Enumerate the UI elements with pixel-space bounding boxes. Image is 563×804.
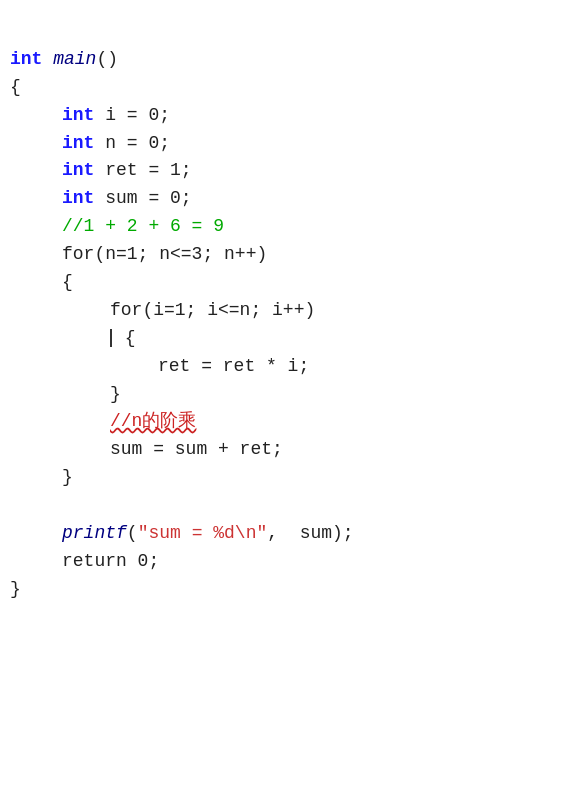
code-token-normal: for(n=1; n<=3; n++) — [62, 244, 267, 264]
code-token-kw: int — [62, 105, 94, 125]
code-token-kw: int — [62, 133, 94, 153]
code-token-normal: for(i=1; i<=n; i++) — [110, 300, 315, 320]
code-token-normal: ret = 1; — [94, 160, 191, 180]
line-open-brace-1: { — [10, 74, 553, 102]
line-return: return 0; — [10, 548, 553, 576]
code-token-cm-red: //n的阶乘 — [110, 411, 196, 431]
code-token-cm: //1 + 2 + 6 = 9 — [62, 216, 224, 236]
code-token-normal: , sum); — [267, 523, 353, 543]
code-token-fn: main — [53, 49, 96, 69]
code-token-kw: int — [62, 188, 94, 208]
line-int-i: int i = 0; — [10, 102, 553, 130]
code-token-normal: { — [62, 272, 73, 292]
code-token-kw: int — [62, 160, 94, 180]
code-token-normal: ret = ret * i; — [158, 356, 309, 376]
code-token-normal: return 0; — [62, 551, 159, 571]
code-viewer: int main(){int i = 0;int n = 0;int ret =… — [10, 18, 553, 604]
line-close-brace-outer: } — [10, 464, 553, 492]
code-token-kw: int — [10, 49, 42, 69]
line-int-n: int n = 0; — [10, 130, 553, 158]
line-int-sum: int sum = 0; — [10, 185, 553, 213]
code-token-normal: } — [10, 579, 21, 599]
line-close-brace-inner: } — [10, 381, 553, 409]
code-token-normal: } — [110, 384, 121, 404]
code-token-normal: { — [125, 328, 136, 348]
code-token-normal: sum = sum + ret; — [110, 439, 283, 459]
line-printf: printf("sum = %d\n", sum); — [10, 520, 553, 548]
line-blank — [10, 492, 553, 520]
code-token-normal — [42, 49, 53, 69]
line-for-outer: for(n=1; n<=3; n++) — [10, 241, 553, 269]
code-token-normal: { — [10, 77, 21, 97]
line-ret-calc: ret = ret * i; — [10, 353, 553, 381]
text-cursor — [110, 329, 112, 347]
code-token-normal: sum = 0; — [94, 188, 191, 208]
code-token-normal: () — [96, 49, 118, 69]
line-comment-2: //n的阶乘 — [10, 408, 553, 436]
code-token-normal: ( — [127, 523, 138, 543]
line-cursor-open: { — [10, 325, 553, 353]
line-main-sig: int main() — [10, 46, 553, 74]
code-token-normal: } — [62, 467, 73, 487]
code-token-normal: i = 0; — [94, 105, 170, 125]
line-sum-calc: sum = sum + ret; — [10, 436, 553, 464]
line-for-inner: for(i=1; i<=n; i++) — [10, 297, 553, 325]
line-comment-1: //1 + 2 + 6 = 9 — [10, 213, 553, 241]
line-int-ret: int ret = 1; — [10, 157, 553, 185]
code-token-str: "sum = %d\n" — [138, 523, 268, 543]
line-open-brace-2: { — [10, 269, 553, 297]
line-close-brace-main: } — [10, 576, 553, 604]
code-token-normal: n = 0; — [94, 133, 170, 153]
code-token-italic-fn: printf — [62, 523, 127, 543]
